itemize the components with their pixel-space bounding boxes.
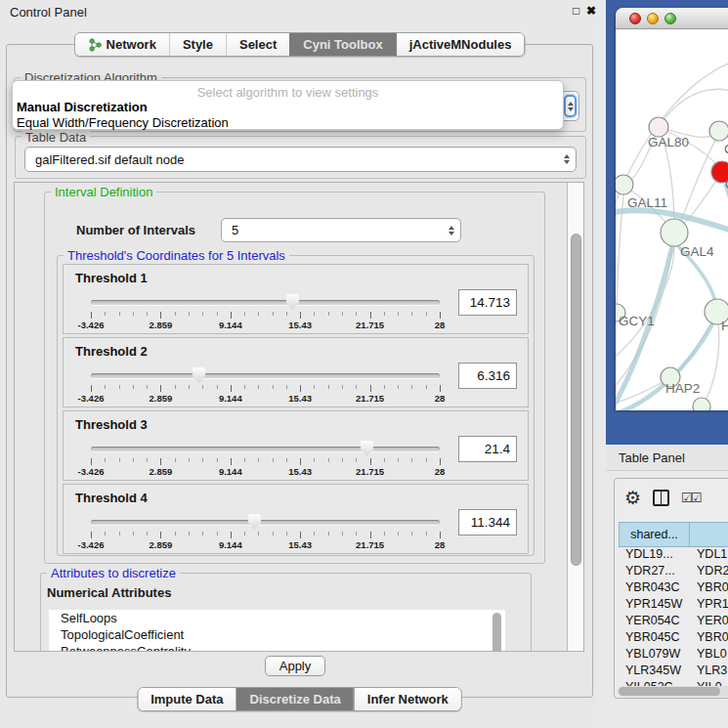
table-row[interactable]: YBL079WYBL0 bbox=[619, 647, 728, 664]
network-node[interactable] bbox=[616, 175, 633, 194]
slider-tick-label: 2.859 bbox=[150, 466, 173, 477]
table-cell[interactable]: YDL19... bbox=[619, 547, 690, 564]
slider-tick bbox=[91, 385, 92, 392]
zoom-traffic-light-icon[interactable] bbox=[664, 13, 676, 24]
table-panel-titlebar[interactable]: Table Panel bbox=[606, 446, 728, 471]
table-cell[interactable]: YBR045C bbox=[619, 630, 690, 647]
threshold-value-field[interactable]: 11.344 bbox=[458, 509, 517, 535]
threshold-panel-threshold-3: Threshold 3-3.4262.8599.14415.4321.71528… bbox=[63, 410, 529, 481]
table-cell[interactable]: YER0 bbox=[690, 614, 728, 630]
attribute-item-betweennesscentrality[interactable]: BetweennessCentrality bbox=[49, 643, 505, 652]
vertical-scrollbar-thumb[interactable] bbox=[571, 234, 581, 566]
table-row[interactable]: YDL19...YDL1 bbox=[619, 547, 728, 564]
slider-thumb[interactable] bbox=[286, 294, 299, 310]
network-node[interactable] bbox=[661, 219, 688, 246]
threshold-slider[interactable]: -3.4262.8599.14415.4321.71528 bbox=[91, 338, 440, 408]
table-row[interactable]: YBR043CYBR0 bbox=[619, 580, 728, 597]
table-row[interactable]: YLR345WYLR3 bbox=[619, 664, 728, 680]
slider-thumb[interactable] bbox=[361, 441, 373, 456]
slider-track[interactable] bbox=[91, 447, 440, 451]
threshold-slider[interactable]: -3.4262.8599.14415.4321.71528 bbox=[91, 265, 440, 335]
slider-tick bbox=[440, 458, 441, 465]
slider-track[interactable] bbox=[91, 520, 440, 525]
network-node[interactable] bbox=[649, 117, 668, 137]
table-cell[interactable]: YBL0 bbox=[690, 647, 728, 664]
network-node[interactable] bbox=[709, 121, 728, 141]
dropdown-option-manual-discretization[interactable]: Manual Discretization bbox=[15, 100, 150, 114]
slider-tick bbox=[147, 312, 148, 316]
horizontal-scrollbar-thumb[interactable] bbox=[619, 687, 720, 696]
table-cell[interactable]: YER054C bbox=[619, 614, 690, 630]
slider-tick bbox=[258, 458, 259, 462]
number-of-intervals-value: 5 bbox=[222, 223, 443, 237]
split-columns-icon[interactable] bbox=[653, 490, 669, 506]
attribute-item-selfloops[interactable]: SelfLoops bbox=[49, 610, 505, 626]
algorithm-combobox-stepper[interactable] bbox=[564, 95, 577, 117]
table-row[interactable]: YER054CYER0 bbox=[619, 614, 728, 630]
table-row[interactable]: YPR145WYPR1 bbox=[619, 597, 728, 614]
column-header-name[interactable]: n bbox=[690, 522, 728, 547]
threshold-value-field[interactable]: 21.4 bbox=[458, 436, 517, 462]
slider-tick bbox=[105, 312, 106, 316]
apply-button[interactable]: Apply bbox=[265, 656, 325, 676]
select-columns-icon[interactable]: ☑☑ bbox=[681, 491, 700, 505]
network-window-titlebar[interactable] bbox=[616, 8, 728, 29]
table-cell[interactable]: YBR0 bbox=[690, 580, 728, 597]
table-cell[interactable]: YDL1 bbox=[690, 547, 728, 564]
slider-tick bbox=[202, 312, 203, 316]
combo-stepper-icon[interactable] bbox=[558, 154, 576, 164]
attributes-scrollbar[interactable] bbox=[492, 613, 501, 652]
attribute-item-topologicalcoefficient[interactable]: TopologicalCoefficient bbox=[49, 626, 505, 643]
network-canvas[interactable]: GAL80GALCGAL11GAL4GCY1HHAP2 bbox=[616, 29, 728, 410]
slider-tick bbox=[258, 532, 259, 535]
slider-track[interactable] bbox=[91, 300, 440, 305]
slider-tick bbox=[286, 458, 287, 462]
table-cell[interactable]: YBL079W bbox=[619, 647, 690, 664]
table-row[interactable]: YBR045CYBR0 bbox=[619, 630, 728, 647]
table-cell[interactable]: YBR0 bbox=[690, 630, 728, 647]
threshold-slider[interactable]: -3.4262.8599.14415.4321.71528 bbox=[91, 411, 440, 482]
slider-track[interactable] bbox=[91, 373, 440, 378]
threshold-slider[interactable]: -3.4262.8599.14415.4321.71528 bbox=[91, 485, 440, 555]
slider-tick bbox=[300, 312, 301, 319]
table-row[interactable]: YDR27...YDR2 bbox=[619, 564, 728, 580]
tab-impute-data[interactable]: Impute Data bbox=[138, 688, 236, 710]
table-data-combobox[interactable]: galFiltered.sif default node bbox=[24, 147, 577, 172]
table-cell[interactable]: YLR3 bbox=[690, 664, 728, 680]
minimize-traffic-light-icon[interactable] bbox=[647, 13, 659, 24]
slider-tick bbox=[175, 532, 176, 535]
vertical-scrollbar[interactable] bbox=[567, 183, 583, 651]
table-cell[interactable]: YPR1 bbox=[690, 597, 728, 614]
close-traffic-light-icon[interactable] bbox=[629, 13, 641, 24]
network-node[interactable] bbox=[693, 398, 710, 410]
float-window-icon[interactable]: □ bbox=[573, 4, 579, 18]
slider-thumb[interactable] bbox=[193, 367, 205, 383]
dropdown-option-equal-width-frequency[interactable]: Equal Width/Frequency Discretization bbox=[15, 115, 231, 130]
threshold-value-field[interactable]: 6.316 bbox=[458, 363, 517, 389]
table-cell[interactable]: YDR27... bbox=[619, 564, 690, 580]
numerical-attributes-list[interactable]: SelfLoopsTopologicalCoefficientBetweenne… bbox=[49, 610, 505, 652]
close-panel-icon[interactable]: ✖ bbox=[586, 4, 596, 18]
tab-style[interactable]: Style bbox=[169, 33, 226, 56]
gear-icon[interactable]: ⚙ bbox=[624, 489, 641, 507]
tab-infer-network[interactable]: Infer Network bbox=[354, 688, 461, 710]
threshold-value-field[interactable]: 14.713 bbox=[458, 289, 517, 316]
number-of-intervals-combobox[interactable]: 5 bbox=[221, 218, 461, 242]
table-cell[interactable]: YPR145W bbox=[619, 597, 690, 614]
tab-discretize-data[interactable]: Discretize Data bbox=[236, 688, 354, 710]
combo-stepper-icon[interactable] bbox=[443, 226, 460, 236]
tab-network[interactable]: Network bbox=[75, 33, 169, 56]
column-header-shared-name[interactable]: shared... bbox=[619, 522, 690, 547]
slider-thumb[interactable] bbox=[248, 514, 261, 530]
table-cell[interactable]: YLR345W bbox=[619, 664, 690, 680]
control-panel-titlebar[interactable]: Control Panel □ ✖ bbox=[0, 0, 599, 23]
table-cell[interactable]: YBR043C bbox=[619, 580, 690, 597]
tab-select[interactable]: Select bbox=[226, 33, 289, 56]
tab-jactivemnodules[interactable]: jActiveMNodules bbox=[396, 33, 525, 56]
control-panel-tabbar: NetworkStyleSelectCyni ToolboxjActiveMNo… bbox=[74, 32, 526, 57]
slider-tick bbox=[189, 385, 190, 389]
slider-tick bbox=[356, 312, 357, 316]
tab-cyni-toolbox[interactable]: Cyni Toolbox bbox=[289, 33, 395, 56]
horizontal-scrollbar[interactable] bbox=[618, 686, 728, 697]
table-cell[interactable]: YDR2 bbox=[690, 564, 728, 580]
